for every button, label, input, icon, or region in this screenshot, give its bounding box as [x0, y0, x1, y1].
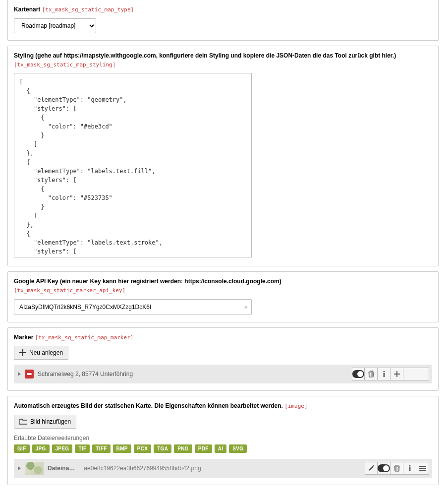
file-record-row: Dateina… ae0e8c19622ea3b662769949558bdb4… — [14, 459, 432, 478]
expand-icon[interactable] — [18, 372, 21, 376]
image-thumbnail — [25, 462, 44, 475]
ext-pill: TGA — [154, 444, 171, 453]
ext-pill: BMP — [113, 444, 131, 453]
info-button[interactable] — [403, 462, 416, 475]
panel-api-key: Google API Key (ein neuer Key kann hier … — [7, 271, 439, 322]
label-image: Automatisch erzeugtes Bild der statische… — [14, 401, 432, 411]
trash-icon — [394, 465, 400, 472]
ext-pill: PDF — [195, 444, 212, 453]
field-tag: [tx_mask_sg_static_map_type] — [42, 6, 134, 13]
record-type-icon — [25, 370, 34, 378]
drag-icon — [419, 466, 426, 471]
field-tag: [tx_mask_sg_static_marker_api_key] — [14, 287, 125, 294]
svg-rect-3 — [409, 467, 410, 471]
toggle-visibility-button[interactable] — [352, 368, 365, 380]
pencil-icon — [368, 465, 375, 471]
field-tag: [image] — [284, 403, 307, 409]
move-up-button — [403, 368, 416, 380]
ext-pill: SVG — [229, 444, 247, 453]
ext-pill: PCX — [134, 444, 151, 453]
ext-pill: AI — [215, 444, 227, 453]
api-key-input[interactable] — [14, 299, 252, 315]
delete-button[interactable] — [365, 368, 378, 380]
folder-icon — [19, 419, 27, 425]
plus-icon — [394, 371, 400, 377]
allowed-ext-list: GIFJPGJPEGTIFTIFFBMPPCXTGAPNGPDFAISVG — [14, 444, 432, 453]
svg-rect-4 — [419, 466, 426, 467]
marker-record-title: Schramelweg 2, 85774 Unterföhring — [38, 371, 133, 378]
ext-pill: JPG — [32, 444, 50, 453]
ext-pill: JPEG — [52, 444, 73, 453]
ext-pill: TIFF — [92, 444, 110, 453]
file-actions — [365, 459, 432, 478]
panel-image: Automatisch erzeugtes Bild der statische… — [7, 396, 439, 485]
toggle-visibility-button[interactable] — [378, 462, 390, 475]
marker-actions — [352, 365, 432, 383]
svg-rect-6 — [419, 470, 426, 471]
toggle-icon — [352, 370, 364, 378]
svg-rect-5 — [419, 468, 426, 469]
new-marker-button[interactable]: Neu anlegen — [14, 346, 68, 360]
file-label: Dateina… — [48, 465, 75, 472]
add-image-button[interactable]: Bild hinzufügen — [14, 415, 76, 429]
allowed-ext-label: Erlaubte Dateierweiterungen — [14, 435, 432, 441]
drag-handle[interactable] — [416, 462, 429, 475]
label-api-key: Google API Key (ein neuer Key kann hier … — [14, 277, 432, 295]
label-marker: Marker [tx_mask_sg_static_map_marker] — [14, 333, 432, 342]
ext-pill: GIF — [14, 444, 30, 453]
panel-styling: Styling (gehe auf https://mapstyle.withg… — [7, 46, 439, 267]
clear-icon[interactable]: × — [244, 303, 248, 311]
ext-pill: PNG — [174, 444, 192, 453]
toggle-icon — [378, 464, 390, 472]
label-styling: Styling (gehe auf https://mapstyle.withg… — [14, 51, 432, 69]
expand-icon[interactable] — [18, 466, 21, 470]
file-name: ae0e8c19622ea3b662769949558bdb42.png — [84, 465, 201, 472]
field-tag: [tx_mask_sg_static_map_styling] — [14, 62, 115, 68]
move-down-button — [416, 368, 429, 380]
trash-icon — [368, 371, 374, 378]
plus-icon — [19, 349, 26, 356]
info-icon — [408, 465, 411, 472]
info-button[interactable] — [378, 368, 390, 380]
add-button[interactable] — [390, 368, 403, 380]
field-tag: [tx_mask_sg_static_map_marker] — [35, 334, 134, 341]
marker-record-row: Schramelweg 2, 85774 Unterföhring — [14, 365, 432, 383]
svg-rect-1 — [383, 373, 385, 377]
delete-button[interactable] — [390, 462, 403, 475]
map-type-select[interactable]: Roadmap [roadmap] — [14, 18, 96, 33]
info-icon — [383, 371, 386, 378]
label-map-type: Kartenart [tx_mask_sg_static_map_type] — [14, 5, 432, 14]
styling-textarea[interactable] — [14, 73, 252, 257]
ext-pill: TIF — [75, 444, 90, 453]
svg-point-2 — [409, 465, 410, 466]
panel-map-type: Kartenart [tx_mask_sg_static_map_type] R… — [7, 0, 439, 41]
edit-button[interactable] — [365, 462, 378, 475]
svg-point-0 — [383, 371, 385, 372]
panel-marker: Marker [tx_mask_sg_static_map_marker] Ne… — [7, 327, 439, 391]
